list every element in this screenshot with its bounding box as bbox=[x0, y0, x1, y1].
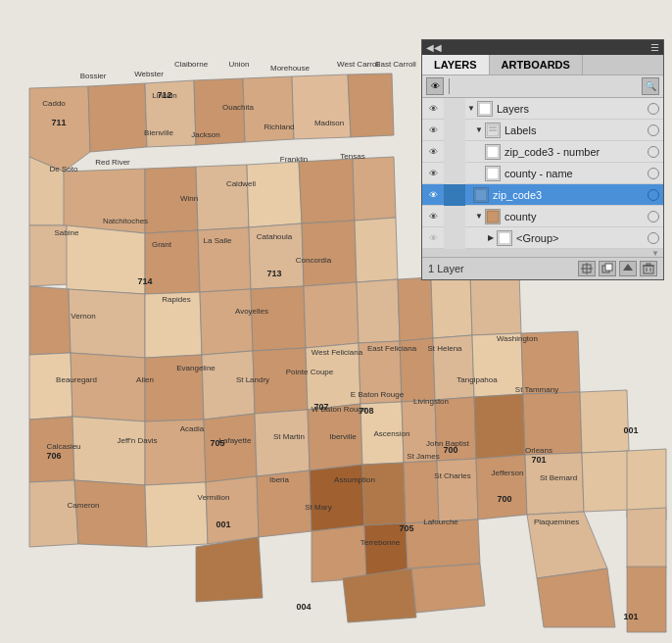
circle-zip-code3 bbox=[648, 189, 659, 201]
svg-marker-63 bbox=[437, 459, 478, 521]
eye-county[interactable]: 👁 bbox=[422, 206, 444, 227]
svg-text:Franklin: Franklin bbox=[280, 155, 308, 164]
svg-marker-13 bbox=[299, 159, 355, 223]
svg-text:705: 705 bbox=[399, 523, 413, 533]
svg-text:Ascension: Ascension bbox=[374, 429, 410, 438]
svg-marker-55 bbox=[29, 480, 78, 547]
svg-text:St Martin: St Martin bbox=[273, 432, 305, 441]
arrow-labels[interactable]: ▼ bbox=[473, 120, 485, 141]
panel-header: ◀◀ ☰ bbox=[422, 40, 663, 55]
svg-marker-47 bbox=[255, 410, 310, 476]
thumb-county bbox=[485, 209, 501, 224]
eye-layers[interactable]: 👁 bbox=[422, 98, 444, 120]
svg-text:Iberia: Iberia bbox=[269, 475, 290, 484]
eye-toggle-btn[interactable]: 👁 bbox=[426, 77, 444, 95]
svg-text:Concordia: Concordia bbox=[296, 256, 332, 265]
layer-row-layers[interactable]: 👁 ▼ Layers bbox=[422, 98, 663, 120]
new-layer-btn[interactable] bbox=[578, 261, 596, 276]
svg-text:705: 705 bbox=[210, 438, 224, 448]
lock-group[interactable] bbox=[444, 227, 465, 249]
svg-marker-7 bbox=[348, 74, 394, 137]
lock-layers[interactable] bbox=[444, 98, 465, 120]
circle-county bbox=[648, 211, 659, 223]
svg-text:001: 001 bbox=[623, 425, 638, 435]
svg-text:700: 700 bbox=[497, 494, 511, 504]
svg-text:Assumption: Assumption bbox=[334, 475, 375, 484]
svg-marker-30 bbox=[431, 274, 472, 338]
thumb-county-name bbox=[485, 166, 501, 181]
arrow-county[interactable]: ▼ bbox=[473, 206, 485, 227]
duplicate-layer-btn[interactable] bbox=[599, 261, 616, 276]
circle-labels bbox=[648, 124, 659, 136]
svg-text:Natchitoches: Natchitoches bbox=[103, 217, 148, 225]
lock-zip-code3[interactable] bbox=[444, 184, 465, 206]
arrow-layers[interactable]: ▼ bbox=[465, 98, 477, 120]
svg-text:St Tammany: St Tammany bbox=[515, 385, 558, 394]
svg-marker-58 bbox=[206, 476, 259, 544]
layer-row-county-name[interactable]: 👁 county - name bbox=[422, 163, 663, 184]
tab-artboards[interactable]: ARTBOARDS bbox=[490, 55, 583, 74]
svg-marker-29 bbox=[398, 277, 433, 341]
svg-marker-35 bbox=[202, 351, 255, 420]
eye-labels[interactable]: 👁 bbox=[422, 120, 444, 141]
svg-marker-11 bbox=[196, 165, 249, 230]
eye-zip-code3[interactable]: 👁 bbox=[422, 184, 444, 206]
lock-zip-number[interactable] bbox=[444, 141, 465, 163]
svg-marker-74 bbox=[537, 569, 615, 627]
layer-count-label: 1 Layer bbox=[428, 263, 464, 274]
label-group: <Group> bbox=[516, 232, 644, 244]
thumb-group bbox=[497, 230, 512, 246]
svg-text:St James: St James bbox=[407, 452, 439, 461]
panel-tabs: LAYERS ARTBOARDS bbox=[422, 55, 663, 75]
svg-text:707: 707 bbox=[313, 402, 328, 412]
search-btn[interactable]: 🔍 bbox=[642, 77, 659, 95]
lock-county[interactable] bbox=[444, 206, 465, 227]
arrow-group[interactable]: ▶ bbox=[485, 227, 497, 249]
lock-labels[interactable] bbox=[444, 120, 465, 141]
svg-marker-28 bbox=[357, 279, 400, 343]
panel-collapse-btn[interactable]: ◀◀ bbox=[426, 42, 442, 53]
svg-marker-61 bbox=[362, 463, 406, 525]
svg-text:De Soto: De Soto bbox=[50, 165, 78, 173]
svg-marker-23 bbox=[69, 289, 145, 358]
svg-marker-33 bbox=[71, 353, 145, 421]
svg-marker-172 bbox=[623, 264, 633, 271]
eye-zip-number[interactable]: 👁 bbox=[422, 141, 444, 163]
eye-county-name[interactable]: 👁 bbox=[422, 163, 444, 184]
svg-text:Caddo: Caddo bbox=[42, 99, 66, 108]
svg-text:West Carroll: West Carroll bbox=[337, 60, 380, 69]
thumb-zip-code3 bbox=[473, 187, 489, 203]
layer-row-zip-number[interactable]: 👁 zip_code3 - number bbox=[422, 141, 663, 163]
svg-text:Jefferson: Jefferson bbox=[492, 469, 524, 477]
svg-text:Tensas: Tensas bbox=[340, 152, 364, 161]
layer-row-labels[interactable]: 👁 ▼ Labels bbox=[422, 120, 663, 141]
svg-text:701: 701 bbox=[531, 455, 546, 465]
footer-buttons bbox=[578, 261, 657, 276]
svg-text:Iberville: Iberville bbox=[329, 432, 357, 441]
layer-row-group[interactable]: 👁 ▶ <Group> bbox=[422, 227, 663, 249]
delete-layer-btn[interactable] bbox=[640, 261, 657, 276]
svg-rect-165 bbox=[487, 211, 499, 223]
svg-text:001: 001 bbox=[216, 519, 230, 529]
svg-text:Webster: Webster bbox=[134, 70, 164, 78]
circle-group bbox=[648, 232, 659, 244]
layer-row-county[interactable]: 👁 ▼ county bbox=[422, 206, 663, 227]
panel-menu-btn[interactable]: ☰ bbox=[650, 42, 659, 53]
svg-text:700: 700 bbox=[443, 445, 457, 455]
layer-row-zip-code3[interactable]: 👁 zip_code3 bbox=[422, 184, 663, 206]
move-layer-btn[interactable] bbox=[619, 261, 637, 276]
svg-rect-166 bbox=[499, 232, 510, 244]
svg-text:St Mary: St Mary bbox=[305, 503, 332, 512]
lock-county-name[interactable] bbox=[444, 163, 465, 184]
svg-text:Vermilion: Vermilion bbox=[198, 493, 230, 502]
svg-marker-66 bbox=[582, 451, 631, 512]
tab-layers[interactable]: LAYERS bbox=[422, 55, 490, 74]
svg-text:St Charles: St Charles bbox=[434, 471, 470, 480]
label-layers: Layers bbox=[497, 103, 644, 115]
svg-text:Orleans: Orleans bbox=[525, 446, 552, 455]
circle-county-name bbox=[648, 168, 659, 179]
svg-marker-72 bbox=[411, 564, 485, 613]
layers-panel: ◀◀ ☰ LAYERS ARTBOARDS 👁 🔍 👁 ▼ Layers 👁 ▼ bbox=[421, 39, 664, 280]
eye-group[interactable]: 👁 bbox=[422, 227, 444, 249]
panel-footer: 1 Layer bbox=[422, 257, 663, 279]
